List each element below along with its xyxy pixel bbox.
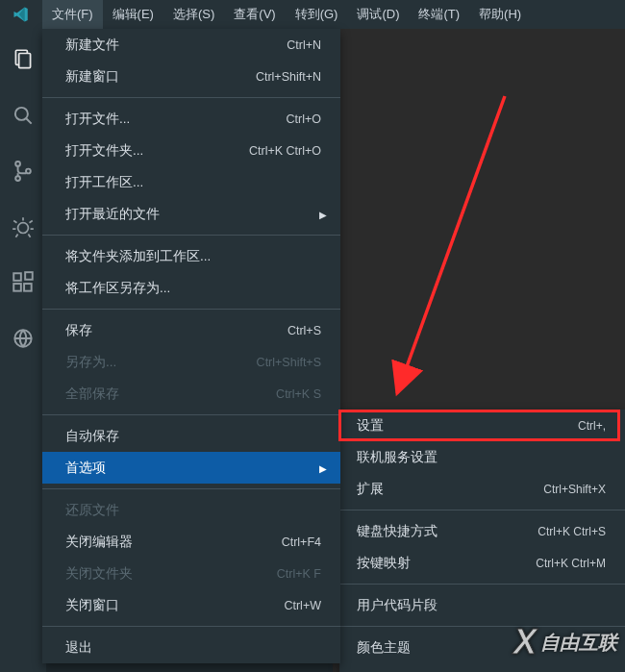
menu-item-6[interactable]: 打开最近的文件▶ bbox=[42, 198, 340, 230]
submenu-item-7[interactable]: 用户代码片段 bbox=[339, 589, 625, 621]
svg-rect-11 bbox=[25, 272, 33, 280]
submenu-item-5[interactable]: 按键映射Ctrl+K Ctrl+M bbox=[339, 547, 625, 579]
menu-separator bbox=[42, 414, 340, 415]
menubar-item-5[interactable]: 调试(D) bbox=[347, 0, 409, 29]
menu-item-label: 另存为... bbox=[65, 354, 257, 371]
menu-item-label: 打开工作区... bbox=[65, 174, 321, 191]
svg-rect-8 bbox=[13, 273, 21, 281]
svg-rect-9 bbox=[13, 284, 21, 291]
menu-item-23[interactable]: 退出 bbox=[42, 632, 340, 663]
remote-icon[interactable] bbox=[1, 321, 45, 356]
menu-item-label: 关闭编辑器 bbox=[65, 534, 282, 551]
menu-separator bbox=[42, 97, 340, 98]
menu-item-label: 将工作区另存为... bbox=[65, 280, 321, 297]
menu-separator bbox=[42, 626, 340, 627]
menu-item-16[interactable]: 首选项▶ bbox=[42, 452, 340, 484]
svg-point-5 bbox=[15, 176, 20, 181]
menubar-item-2[interactable]: 选择(S) bbox=[163, 0, 224, 29]
explorer-icon[interactable] bbox=[1, 42, 45, 77]
submenu-item-0[interactable]: 设置Ctrl+, bbox=[339, 410, 625, 441]
menu-item-8[interactable]: 将文件夹添加到工作区... bbox=[42, 240, 340, 272]
menu-separator bbox=[42, 235, 340, 236]
activity-bar bbox=[0, 29, 46, 672]
menu-item-20: 关闭文件夹Ctrl+K F bbox=[42, 558, 340, 589]
menu-item-shortcut: Ctrl+K Ctrl+O bbox=[249, 144, 321, 158]
menu-item-5[interactable]: 打开工作区... bbox=[42, 166, 340, 198]
extensions-icon[interactable] bbox=[1, 265, 45, 300]
submenu-separator bbox=[339, 584, 625, 585]
menu-item-1[interactable]: 新建窗口Ctrl+Shift+N bbox=[42, 61, 340, 92]
vscode-icon bbox=[12, 6, 30, 23]
menu-item-label: 将文件夹添加到工作区... bbox=[65, 248, 321, 265]
menu-item-shortcut: Ctrl+O bbox=[287, 112, 321, 126]
svg-rect-1 bbox=[19, 54, 31, 68]
menu-item-label: 保存 bbox=[65, 322, 288, 339]
menu-separator bbox=[42, 488, 340, 489]
chevron-right-icon: ▶ bbox=[319, 209, 327, 219]
menu-item-19[interactable]: 关闭编辑器Ctrl+F4 bbox=[42, 526, 340, 558]
menu-item-label: 打开文件... bbox=[65, 111, 287, 128]
submenu-item-shortcut: Ctrl+, bbox=[578, 419, 606, 433]
menu-item-label: 关闭窗口 bbox=[65, 597, 284, 614]
source-control-icon[interactable] bbox=[1, 154, 45, 188]
submenu-item-1[interactable]: 联机服务设置 bbox=[339, 441, 625, 473]
menu-item-label: 打开文件夹... bbox=[65, 142, 249, 160]
submenu-item-4[interactable]: 键盘快捷方式Ctrl+K Ctrl+S bbox=[339, 515, 625, 547]
menu-item-label: 关闭文件夹 bbox=[65, 565, 277, 583]
menu-item-shortcut: Ctrl+Shift+S bbox=[257, 356, 321, 369]
menubar-item-6[interactable]: 终端(T) bbox=[409, 0, 469, 29]
menu-item-18: 还原文件 bbox=[42, 494, 340, 526]
menubar-item-7[interactable]: 帮助(H) bbox=[469, 0, 531, 29]
search-icon[interactable] bbox=[1, 98, 45, 133]
watermark: X 自由互联 bbox=[513, 622, 617, 662]
menubar-item-0[interactable]: 文件(F) bbox=[42, 0, 103, 29]
menu-item-shortcut: Ctrl+F4 bbox=[282, 535, 321, 549]
debug-icon[interactable] bbox=[1, 210, 45, 244]
watermark-logo: X bbox=[513, 622, 537, 662]
menu-item-label: 退出 bbox=[65, 639, 321, 657]
submenu-item-label: 键盘快捷方式 bbox=[357, 523, 538, 540]
menu-item-shortcut: Ctrl+W bbox=[284, 599, 321, 612]
menu-item-3[interactable]: 打开文件...Ctrl+O bbox=[42, 103, 340, 135]
menu-item-13: 全部保存Ctrl+K S bbox=[42, 378, 340, 410]
menu-item-4[interactable]: 打开文件夹...Ctrl+K Ctrl+O bbox=[42, 135, 340, 166]
menu-item-label: 全部保存 bbox=[65, 386, 276, 403]
svg-point-2 bbox=[15, 108, 28, 120]
submenu-item-label: 联机服务设置 bbox=[357, 449, 606, 466]
submenu-item-2[interactable]: 扩展Ctrl+Shift+X bbox=[339, 473, 625, 505]
menu-item-label: 自动保存 bbox=[65, 428, 321, 445]
menu-item-21[interactable]: 关闭窗口Ctrl+W bbox=[42, 589, 340, 621]
menubar-item-4[interactable]: 转到(G) bbox=[286, 0, 348, 29]
svg-point-4 bbox=[15, 162, 20, 166]
menu-item-0[interactable]: 新建文件Ctrl+N bbox=[42, 29, 340, 61]
menubar-item-1[interactable]: 编辑(E) bbox=[103, 0, 163, 29]
svg-rect-10 bbox=[24, 284, 32, 291]
submenu-item-label: 按键映射 bbox=[357, 555, 536, 572]
submenu-item-10[interactable]: 文件图标主题 bbox=[339, 663, 625, 672]
chevron-right-icon: ▶ bbox=[319, 462, 327, 473]
submenu-item-label: 扩展 bbox=[357, 481, 543, 498]
submenu-item-shortcut: Ctrl+K Ctrl+M bbox=[536, 557, 606, 570]
menu-item-label: 新建文件 bbox=[65, 37, 287, 54]
menu-item-15[interactable]: 自动保存 bbox=[42, 420, 340, 452]
menu-item-label: 新建窗口 bbox=[65, 68, 256, 86]
submenu-separator bbox=[339, 510, 625, 510]
submenu-item-shortcut: Ctrl+Shift+X bbox=[543, 483, 606, 496]
svg-point-7 bbox=[18, 223, 29, 234]
svg-point-6 bbox=[26, 169, 31, 174]
file-menu-dropdown: 新建文件Ctrl+N新建窗口Ctrl+Shift+N打开文件...Ctrl+O打… bbox=[42, 29, 340, 663]
menu-item-label: 还原文件 bbox=[65, 502, 321, 519]
menu-item-11[interactable]: 保存Ctrl+S bbox=[42, 314, 340, 346]
submenu-item-label: 设置 bbox=[357, 417, 578, 435]
menubar-item-3[interactable]: 查看(V) bbox=[224, 0, 285, 29]
menu-item-shortcut: Ctrl+Shift+N bbox=[256, 70, 321, 84]
menu-item-9[interactable]: 将工作区另存为... bbox=[42, 272, 340, 304]
menu-item-shortcut: Ctrl+K F bbox=[277, 567, 321, 581]
menu-separator bbox=[42, 309, 340, 310]
menu-item-label: 首选项 bbox=[65, 460, 321, 477]
menu-item-shortcut: Ctrl+S bbox=[288, 324, 321, 337]
menu-item-shortcut: Ctrl+K S bbox=[276, 387, 321, 401]
menu-item-12: 另存为...Ctrl+Shift+S bbox=[42, 346, 340, 378]
watermark-text: 自由互联 bbox=[540, 630, 617, 656]
submenu-item-shortcut: Ctrl+K Ctrl+S bbox=[538, 525, 606, 538]
